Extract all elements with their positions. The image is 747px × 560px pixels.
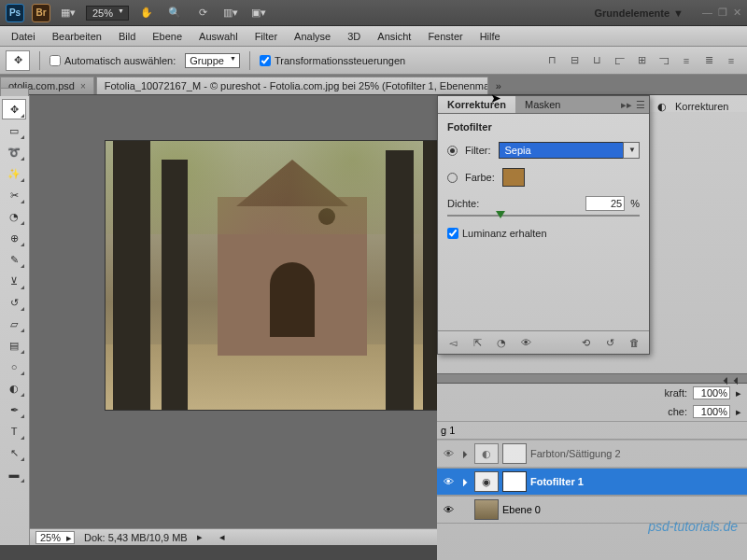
filter-dropdown[interactable]: Sepia▼ [499, 142, 641, 159]
photoshop-icon[interactable]: Ps [6, 4, 24, 22]
layer-fotofilter-row[interactable]: 👁 ⏵ ◉ Fotofilter 1 [437, 468, 747, 496]
visibility-icon[interactable]: 👁 [441, 448, 456, 459]
luminanz-checkbox[interactable]: Luminanz erhalten [447, 228, 640, 239]
color-swatch[interactable] [502, 168, 525, 187]
reset-icon[interactable]: ↺ [600, 335, 619, 350]
brush-tool[interactable]: ✎ [2, 249, 26, 270]
align-bottom-icon[interactable]: ⊔ [586, 51, 607, 70]
menu-hilfe[interactable]: Hilfe [472, 29, 508, 44]
fill-input[interactable]: 100% [693, 405, 730, 418]
delete-icon[interactable]: 🗑 [625, 335, 643, 350]
adjustment-thumb: ◐ [474, 443, 499, 464]
document-image [105, 140, 459, 411]
type-tool[interactable]: T [2, 421, 26, 441]
menu-auswahl[interactable]: Auswahl [191, 29, 246, 44]
clip-icon[interactable]: ◔ [492, 335, 511, 350]
dichte-slider[interactable] [447, 215, 640, 217]
prev-state-icon[interactable]: ⟲ [576, 335, 595, 350]
align-vcenter-icon[interactable]: ⊟ [564, 51, 585, 70]
auto-select-dropdown[interactable]: Gruppe [185, 53, 240, 68]
eyedropper-tool[interactable]: ◔ [2, 206, 26, 227]
back-icon[interactable]: ◅ [444, 335, 462, 350]
maximize-icon[interactable]: ❐ [718, 7, 727, 19]
arrange-docs-icon[interactable]: ▥▾ [220, 4, 241, 22]
tab-korrekturen[interactable]: Korrekturen [438, 96, 515, 113]
filter-label: Filter: [465, 145, 491, 156]
menu-ebene[interactable]: Ebene [145, 29, 190, 44]
stamp-tool[interactable]: ⊻ [2, 271, 26, 291]
close-tab-icon[interactable]: × [80, 81, 86, 91]
visibility-icon[interactable]: 👁 [441, 476, 456, 487]
menu-filter[interactable]: Filter [247, 29, 285, 44]
distribute-top-icon[interactable]: ≡ [676, 51, 697, 70]
workspace-label: Grundelemente [594, 7, 669, 19]
layer-group-row[interactable]: g 1 [437, 421, 747, 440]
heal-tool[interactable]: ⊕ [2, 228, 26, 248]
align-hcenter-icon[interactable]: ⊞ [631, 51, 652, 70]
lasso-tool[interactable]: ➰ [2, 142, 26, 162]
menu-3d[interactable]: 3D [340, 29, 368, 44]
chevron-down-icon: ▼ [628, 146, 636, 154]
menu-datei[interactable]: Datei [4, 29, 43, 44]
distribute-vcenter-icon[interactable]: ≣ [698, 51, 719, 70]
dichte-input[interactable]: 25 [585, 196, 625, 211]
workspace-switcher[interactable]: Grundelemente▼ [594, 7, 684, 19]
align-left-icon[interactable]: ⫍ [609, 51, 629, 70]
bridge-icon[interactable]: Br [32, 4, 50, 22]
status-menu-icon[interactable]: ▸ [197, 531, 203, 543]
visibility-toggle-icon[interactable]: 👁 [516, 335, 535, 350]
fill-flyout-icon[interactable]: ▸ [736, 406, 741, 418]
status-zoom[interactable]: 25% [35, 531, 75, 544]
mask-thumb [502, 443, 527, 464]
move-tool[interactable]: ✥ [2, 99, 26, 119]
distribute-bottom-icon[interactable]: ≡ [721, 51, 741, 70]
align-right-icon[interactable]: ⫎ [654, 51, 674, 70]
filter-radio[interactable] [447, 146, 458, 156]
close-icon[interactable]: ✕ [733, 7, 741, 19]
minimize-icon[interactable]: — [702, 7, 712, 19]
expand-icon[interactable]: ⇱ [468, 335, 486, 350]
visibility-icon[interactable]: 👁 [441, 504, 456, 515]
auto-select-checkbox[interactable]: Automatisch auswählen: [49, 55, 176, 66]
history-brush-tool[interactable]: ↺ [2, 292, 26, 313]
pen-tool[interactable]: ✒ [2, 399, 26, 420]
crop-tool[interactable]: ✂ [2, 185, 26, 205]
fill-label: che: [668, 406, 687, 417]
menu-bearbeiten[interactable]: Bearbeiten [45, 29, 109, 44]
slider-thumb[interactable] [496, 211, 505, 218]
opacity-input[interactable]: 100% [693, 386, 730, 399]
menu-bild[interactable]: Bild [111, 29, 143, 44]
collapse-icon[interactable]: ▸▸ [621, 99, 632, 111]
align-top-icon[interactable]: ⊓ [542, 51, 562, 70]
doc-tab-2[interactable]: Fotolia_10072167_M - © pureshot - Fotoli… [96, 77, 488, 94]
dodge-tool[interactable]: ◐ [2, 378, 26, 399]
zoom-dropdown[interactable]: 25% [86, 6, 129, 21]
gradient-tool[interactable]: ▤ [2, 335, 26, 356]
wand-tool[interactable]: ✨ [2, 163, 26, 184]
shape-tool[interactable]: ▬ [2, 464, 26, 484]
blur-tool[interactable]: ○ [2, 357, 26, 377]
tab-masken[interactable]: Masken [515, 96, 571, 113]
scroll-left-icon[interactable]: ◂ [219, 531, 225, 543]
path-tool[interactable]: ↖ [2, 442, 26, 463]
zoom-tool-icon[interactable]: 🔍 [164, 4, 185, 22]
marquee-tool[interactable]: ▭ [2, 120, 26, 141]
eraser-tool[interactable]: ▱ [2, 314, 26, 334]
move-tool-icon[interactable]: ✥ [6, 50, 30, 71]
menu-ansicht[interactable]: Ansicht [370, 29, 418, 44]
link-icon: ⏵ [459, 448, 471, 459]
farbe-radio[interactable] [447, 173, 458, 183]
menu-analyse[interactable]: Analyse [287, 29, 338, 44]
panel-menu-icon[interactable]: ☰ [636, 99, 645, 111]
panel-collapse-icon[interactable]: ⏴⏴ [721, 374, 741, 383]
rotate-view-icon[interactable]: ⟳ [192, 4, 213, 22]
layout-dropdown-icon[interactable]: ▦▾ [58, 4, 78, 22]
adjustment-thumb: ◉ [474, 471, 499, 492]
transform-controls-checkbox[interactable]: Transformationssteuerungen [260, 55, 405, 66]
menu-fenster[interactable]: Fenster [420, 29, 470, 44]
opacity-flyout-icon[interactable]: ▸ [736, 387, 741, 399]
hand-tool-icon[interactable]: ✋ [136, 4, 157, 22]
chevron-down-icon: ▼ [673, 7, 684, 19]
screenmode-icon[interactable]: ▣▾ [248, 4, 269, 22]
layer-hidden-row[interactable]: 👁 ⏵ ◐ Farbton/Sättigung 2 [437, 440, 747, 468]
